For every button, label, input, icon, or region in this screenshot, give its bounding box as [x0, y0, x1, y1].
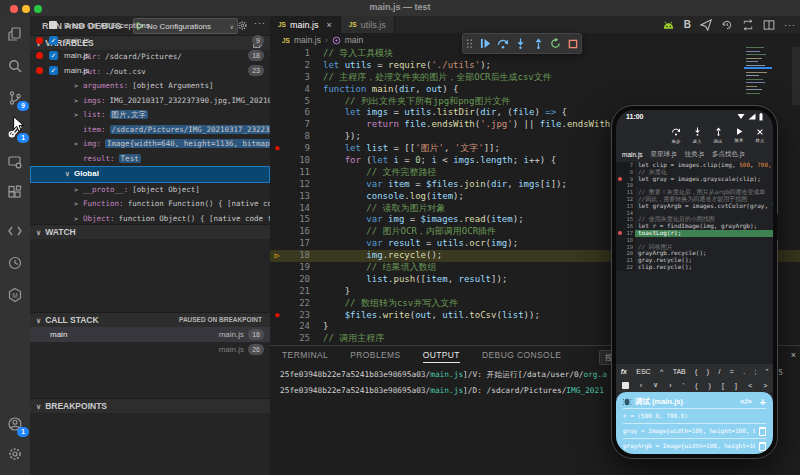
phone-code-line-17[interactable]: 17toastLog(r); — [616, 230, 773, 237]
accounts-icon[interactable]: 1 — [5, 414, 25, 434]
expand-chevron-icon[interactable]: > — [74, 183, 83, 198]
restart-button[interactable] — [550, 38, 561, 49]
gutter-cell[interactable] — [270, 84, 284, 96]
variable-row[interactable]: item:/sdcard/Pictures/IMG_20210317_23223… — [30, 123, 270, 138]
gutter-cell[interactable] — [270, 167, 284, 179]
phone-key[interactable]: ' — [683, 382, 684, 389]
code-toggle-icon[interactable]: </> — [740, 397, 752, 406]
tab-close-icon[interactable]: × — [326, 20, 331, 30]
breakpoint-row[interactable]: ✓main.js18 — [30, 48, 270, 63]
phone-key[interactable]: ] — [735, 382, 737, 389]
expand-chevron-icon[interactable]: > — [74, 94, 83, 109]
phone-tab-星星球.js[interactable]: 星星球.js — [651, 150, 677, 159]
phone-stop-button[interactable]: 终止 — [751, 123, 769, 147]
toolbar-drag-handle[interactable] — [466, 38, 473, 49]
explorer-icon[interactable] — [5, 24, 25, 44]
extensions-icon[interactable] — [5, 183, 25, 203]
watch-section-header[interactable]: ∨WATCH — [30, 224, 270, 239]
phone-line-number[interactable]: 16 — [616, 223, 635, 230]
phone-code-line-7[interactable]: 7let clip = images.clip(img, 500, 700, 1 — [616, 162, 773, 169]
phone-line-number[interactable]: 18 — [616, 237, 635, 244]
variable-row[interactable]: >list:图片,文字 — [30, 108, 270, 123]
split-editor-icon[interactable] — [763, 19, 775, 31]
phone-line-number[interactable]: 12 — [616, 196, 635, 203]
breakpoint-dot-icon[interactable]: ● — [270, 310, 284, 322]
breadcrumb[interactable]: JS main.js › main — [282, 33, 363, 47]
gutter-cell[interactable] — [270, 60, 284, 72]
hex-tool-icon[interactable]: M — [5, 285, 25, 305]
phone-code-line-10[interactable]: 10 — [616, 182, 773, 189]
phone-code-line-21[interactable]: 21gray.recycle(); — [616, 257, 773, 264]
gutter-cell[interactable] — [270, 226, 284, 238]
phone-key-;[interactable]: ; — [755, 368, 757, 375]
editor-scrollbar[interactable] — [792, 47, 800, 105]
send-to-device-icon[interactable] — [700, 19, 712, 31]
step-out-button[interactable] — [533, 38, 544, 49]
settings-gear-icon[interactable] — [5, 444, 25, 464]
phone-tab-main.js[interactable]: main.js — [622, 151, 643, 158]
code-line-3[interactable]: 3// 主程序，处理文件夹的图片，全部OCR后生成csv文件 — [270, 72, 800, 84]
phone-line-number[interactable]: 7 — [616, 162, 635, 169]
code-extension-icon[interactable] — [5, 221, 25, 241]
phone-code-line-9[interactable]: 9let gray = images.grayscale(clip); — [616, 176, 773, 183]
save-icon[interactable] — [622, 382, 629, 389]
search-icon[interactable] — [5, 56, 25, 76]
phone-line-number[interactable]: 13 — [616, 203, 635, 210]
phone-code-line-22[interactable]: 22clip.recycle(); — [616, 264, 773, 271]
phone-line-number[interactable]: 20 — [616, 250, 635, 257]
source-control-icon[interactable]: 9 — [5, 88, 25, 108]
remote-explorer-icon[interactable] — [5, 152, 25, 172]
breadcrumb-file[interactable]: main.js — [294, 35, 321, 45]
expand-chevron-icon[interactable]: > — [74, 79, 83, 94]
call-stack-section-header[interactable]: ∨CALL STACK PAUSED ON BREAKPOINT — [30, 312, 270, 327]
gutter-cell[interactable] — [270, 107, 284, 119]
phone-key-^[interactable]: ^ — [660, 368, 663, 375]
gutter-cell[interactable] — [270, 48, 284, 60]
breakpoint-row[interactable]: ✓main.js23 — [30, 63, 270, 78]
phone-key-=[interactable]: = — [730, 368, 734, 375]
variable-row[interactable]: >Function:function Function() { [native … — [30, 197, 270, 212]
step-into-button[interactable] — [515, 38, 526, 49]
phone-watch-row[interactable]: r = (500.0, 700.0) — [623, 408, 766, 423]
variable-row[interactable]: >arguments:[object Arguments] — [30, 79, 270, 94]
call-stack-frame[interactable]: main.js26 — [30, 342, 270, 357]
gutter-cell[interactable] — [270, 203, 284, 215]
panel-tab-problems[interactable]: PROBLEMS — [350, 350, 400, 363]
phone-watch-row[interactable]: grayArgb = Image{width=100, height=100, … — [623, 438, 766, 453]
timeline-icon[interactable] — [5, 253, 25, 273]
code-line-2[interactable]: 2let utils = require('./utils'); — [270, 60, 800, 72]
breakpoint-checkbox[interactable]: ✓ — [49, 66, 58, 75]
variable-row[interactable]: >img:Image{width=640, height=1136, bitma… — [30, 137, 270, 152]
phone-line-number[interactable]: 8 — [616, 169, 635, 176]
current-line-arrow-icon[interactable]: ▷ — [270, 250, 284, 262]
breakpoint-checkbox[interactable]: ✓ — [49, 36, 58, 45]
delete-watch-icon[interactable] — [759, 442, 766, 451]
gutter-cell[interactable] — [270, 274, 284, 286]
expand-chevron-icon[interactable]: > — [74, 197, 83, 212]
continue-button[interactable] — [480, 38, 491, 49]
exceptions-checkbox[interactable] — [49, 21, 57, 29]
minimap[interactable] — [746, 47, 770, 107]
phone-key-TAB[interactable]: TAB — [673, 368, 686, 375]
phone-key-"[interactable]: " — [766, 368, 769, 375]
phone-key-([interactable]: ( — [695, 368, 697, 375]
phone-code-line-16[interactable]: 16let r = findImage(img, grayArgb); — [616, 223, 773, 230]
breakpoint-checkbox[interactable]: ✓ — [49, 51, 58, 60]
phone-line-number[interactable]: 22 — [616, 264, 635, 271]
phone-code-line-19[interactable]: 19// 回收图片 — [616, 244, 773, 251]
phone-code-editor[interactable]: 7let clip = images.clip(img, 500, 700, 1… — [616, 162, 773, 364]
editor-more-actions-icon[interactable]: ··· — [784, 20, 796, 30]
phone-key[interactable]: < — [748, 382, 752, 389]
phone-key-)[interactable]: ) — [707, 368, 709, 375]
phone-key-fx[interactable]: fx — [621, 368, 627, 375]
b-action-icon[interactable]: B — [684, 19, 691, 30]
phone-code-line-15[interactable]: 15// 使用灰度化后的小图找图 — [616, 216, 773, 223]
variable-row[interactable]: result:Test — [30, 152, 270, 167]
phone-key[interactable]: › — [669, 382, 671, 389]
phone-watch-row[interactable]: gray = Image{width=100, height=100, bitm… — [623, 423, 766, 438]
gutter-cell[interactable] — [270, 238, 284, 250]
phone-tab-挂类.js[interactable]: 挂类.js — [685, 150, 705, 159]
breakpoint-dot-icon[interactable]: ● — [270, 143, 284, 155]
gutter-cell[interactable] — [270, 298, 284, 310]
gutter-cell[interactable] — [270, 214, 284, 226]
